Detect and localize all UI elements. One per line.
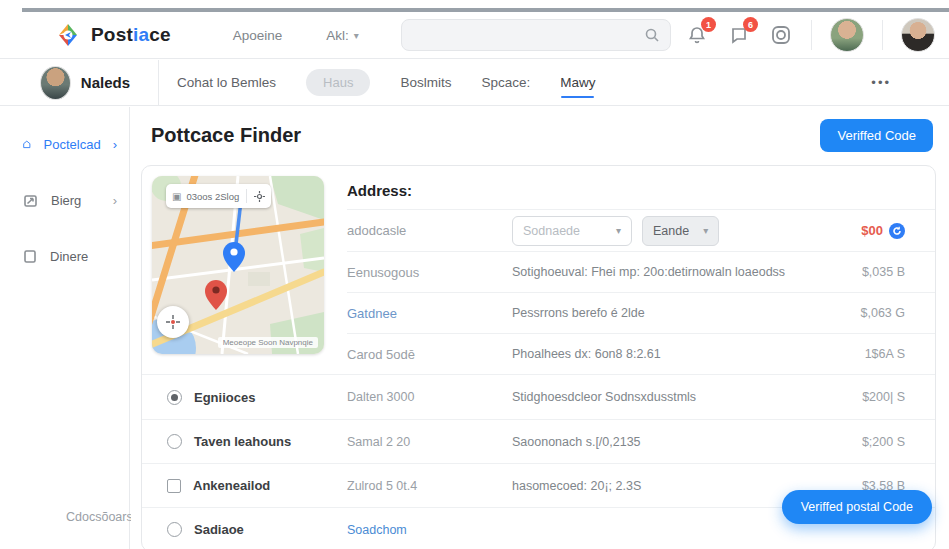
chevron-right-icon: › — [113, 193, 117, 208]
row-label: Eenusogous — [347, 265, 512, 280]
row-label-link[interactable]: Gatdnee — [347, 306, 512, 321]
avatar-user-2[interactable] — [901, 18, 935, 52]
chevron-down-icon: ▾ — [616, 225, 621, 236]
page-title: Pottcace Finder — [151, 124, 301, 147]
list-row-egniioces: Egniioces Dalten 3000 Stidghoesdcleor So… — [142, 375, 935, 419]
brand-logo-icon — [55, 22, 81, 48]
radio-egniioces[interactable] — [167, 390, 182, 405]
tab-boslmits[interactable]: Boslmits — [400, 75, 451, 90]
map-attribution: Meoeope Soon Navpnqie — [218, 337, 318, 348]
brand[interactable]: Postiace — [55, 22, 171, 48]
compass-icon — [165, 314, 181, 330]
search-icon[interactable] — [644, 27, 660, 43]
sidebar-item-poctelcad[interactable]: Poctelcad › — [0, 129, 129, 159]
camera-icon — [770, 24, 792, 46]
header-actions: 1 6 — [685, 18, 935, 52]
layers-icon: ▣ — [172, 191, 181, 202]
top-header: Postiace Apoeine Akl:▾ 1 6 — [0, 12, 949, 59]
search-input[interactable] — [412, 28, 644, 43]
price-cell: $00 — [795, 223, 905, 239]
row-label: Egniioces — [194, 390, 255, 405]
list-row-taven-leahouns: Taven leahouns Samal 2 20 Saoononach s.[… — [142, 419, 935, 463]
address-row-carod-5ode: Carod 5odē Phoalhees dx: 6on8 8:2.61 1$6… — [347, 333, 935, 374]
checkbox-ankeneailod[interactable] — [167, 479, 181, 493]
messages-button[interactable]: 6 — [727, 23, 751, 47]
brand-name: Postiace — [91, 24, 171, 46]
row-value: Phoalhees dx: 6on8 8:2.61 — [512, 347, 795, 361]
sidebar-item-label: Poctelcad — [44, 137, 101, 152]
notifications-bell-button[interactable]: 1 — [685, 23, 709, 47]
dropdown-value: Sodnaede — [523, 224, 580, 238]
tab-spcace[interactable]: Spcace: — [481, 75, 530, 90]
address-row-eenusogous: Eenusogous Sotighoeuval: Fhei mp: 20o:de… — [347, 251, 935, 292]
price-cell: $,035 B — [795, 265, 905, 279]
chevron-down-icon: ▾ — [703, 225, 708, 236]
search-box[interactable] — [401, 19, 671, 51]
row-col2: Samal 2 20 — [347, 435, 512, 449]
user-name: Naleds — [81, 74, 130, 91]
sub-header: Naleds Cohat lo Bemles Haus Boslmits Spc… — [0, 60, 949, 106]
tab-bar: Cohat lo Bemles Haus Boslmits Spcace: Ma… — [177, 69, 595, 96]
sidebar-item-label: Bierg — [51, 193, 81, 208]
crosshair-icon — [254, 191, 265, 202]
map-compass-button[interactable] — [157, 306, 189, 338]
radio-taven-leahouns[interactable] — [167, 434, 182, 449]
verified-code-button[interactable]: Veriffed Code — [820, 119, 933, 152]
radio-sadiaoe[interactable] — [167, 522, 182, 537]
sidebar-item-label: Dinere — [50, 249, 88, 264]
map-layers-control[interactable]: ▣ 03oos 2Slog — [166, 184, 271, 208]
refresh-button[interactable] — [889, 223, 905, 239]
row-col3: hasomecoed: 20¡; 2.3S — [512, 479, 795, 493]
row-label: Carod 5odē — [347, 347, 512, 362]
main-header: Pottcace Finder Veriffed Code — [131, 107, 949, 164]
price-cell: $;200 S — [795, 435, 905, 449]
address-heading: Address: — [347, 176, 935, 210]
send-message-icon — [22, 192, 39, 209]
row-label: Taven leahouns — [194, 434, 291, 449]
sidebar-item-label: Cdocsõoars — [66, 510, 133, 524]
divider — [158, 60, 159, 106]
eande-dropdown[interactable]: Eande ▾ — [642, 216, 719, 246]
square-icon — [22, 248, 38, 264]
sidebar-item-bierg[interactable]: Bierg › — [0, 185, 129, 215]
map[interactable]: ▣ 03oos 2Slog Meoeope — [152, 176, 324, 354]
chat-badge: 6 — [743, 17, 758, 32]
row-col2: Dalten 3000 — [347, 390, 512, 404]
verified-postal-code-button[interactable]: Veriffed postal Code — [782, 490, 932, 524]
bell-badge: 1 — [701, 17, 716, 32]
sidebar-item-cdocsooars[interactable]: Cdocsõoars — [0, 508, 129, 525]
address-row-adodcasle: adodcasle Sodnaede ▾ Eande ▾ $00 — [347, 210, 935, 251]
tab-mawy[interactable]: Mawy — [560, 75, 595, 90]
row-col2-link[interactable]: Soadchom — [347, 523, 512, 537]
tab-haus[interactable]: Haus — [306, 69, 370, 96]
price-cell: $200| S — [795, 390, 905, 404]
sidebar: Poctelcad › Bierg › Dinere Cdocsõoars — [0, 107, 130, 549]
top-nav: Apoeine Akl:▾ — [233, 28, 359, 43]
camera-button[interactable] — [769, 23, 793, 47]
chevron-right-icon: › — [113, 137, 117, 152]
row-col3: Saoononach s.[/0,2135 — [512, 435, 795, 449]
dropdown-value: Eande — [653, 224, 689, 238]
tab-cohat-lo-bemles[interactable]: Cohat lo Bemles — [177, 75, 276, 90]
row-col2: Zulrod 5 0t.4 — [347, 479, 512, 493]
nav-item-akl[interactable]: Akl:▾ — [326, 28, 359, 43]
row-value: Sotighoeuval: Fhei mp: 20o:detirnowaln l… — [512, 265, 795, 279]
price-cell: $,063 G — [795, 306, 905, 320]
divider — [246, 189, 247, 203]
chevron-down-icon: ▾ — [354, 30, 359, 41]
price-cell: 1$6A S — [795, 347, 905, 361]
current-user-chip[interactable]: Naleds — [0, 66, 130, 100]
row-label: Sadiaoe — [194, 522, 244, 537]
sodnaede-dropdown[interactable]: Sodnaede ▾ — [512, 216, 632, 246]
more-menu-button[interactable]: ••• — [871, 75, 891, 90]
nav-item-apoeine[interactable]: Apoeine — [233, 28, 283, 43]
avatar-naleds[interactable] — [40, 66, 71, 100]
map-pill-label: 03oos 2Slog — [186, 191, 239, 202]
address-section: Address: adodcasle Sodnaede ▾ Eande ▾ — [347, 176, 935, 374]
avatar-user-1[interactable] — [830, 18, 864, 52]
main-content: Pottcace Finder Veriffed Code — [131, 107, 949, 549]
address-row-gatdnee: Gatdnee Pessrrons berefo é 2lde $,063 G — [347, 292, 935, 333]
divider — [811, 20, 812, 50]
row-col3: Stidghoesdcleor Sodnsxdusstmls — [512, 390, 795, 404]
sidebar-item-dinere[interactable]: Dinere — [0, 241, 129, 271]
